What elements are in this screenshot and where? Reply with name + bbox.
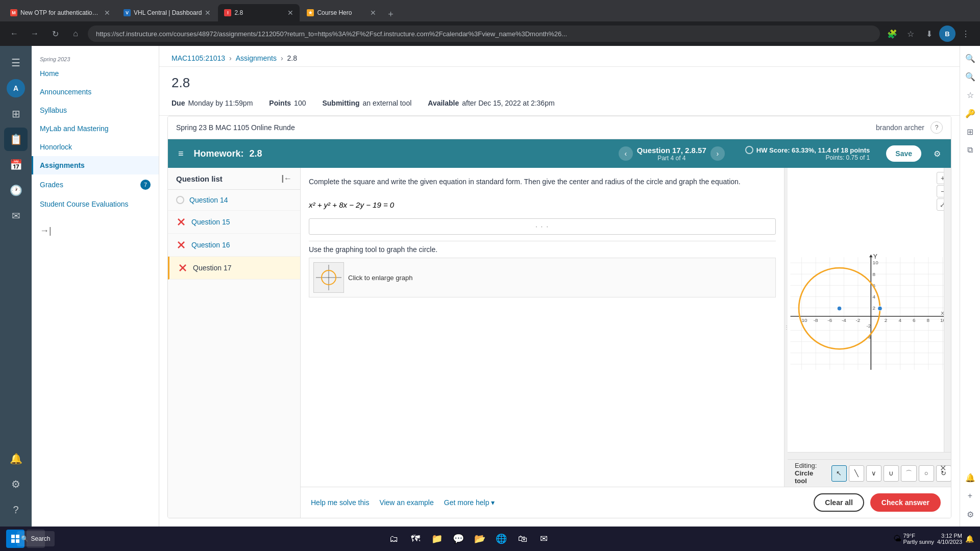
settings-gear-icon[interactable]: ⚙ (962, 506, 978, 522)
tab-vhl[interactable]: V VHL Central | Dashboard ✕ (117, 4, 217, 21)
nav-home[interactable]: Home (32, 64, 159, 83)
taskbar-zoom-icon[interactable]: 💬 (449, 530, 468, 548)
gmail-tab-close[interactable]: ✕ (104, 9, 110, 17)
embed-help-icon[interactable]: ? (930, 121, 943, 134)
bookmark-icon[interactable]: ☆ (902, 26, 919, 42)
question-list-item-14[interactable]: Question 14 (168, 190, 300, 211)
nav-menu-icon[interactable]: ☰ (4, 51, 28, 74)
hw-prev-button[interactable]: ‹ (619, 146, 633, 161)
clock-display[interactable]: 3:12 PM 4/10/2023 (937, 533, 962, 545)
collapse-sidebar[interactable]: →| (32, 221, 159, 240)
taskbar-search-button[interactable]: 🔍 Search (27, 530, 45, 548)
line-tool-button[interactable]: ╲ (849, 465, 864, 482)
circle-center-point[interactable] (837, 306, 842, 311)
taskbar-store-icon[interactable]: 🛍 (513, 530, 532, 548)
taskbar-file-manager-icon[interactable]: 📂 (471, 530, 489, 548)
breadcrumb-assignments[interactable]: Assignments (236, 54, 277, 62)
hw-save-button[interactable]: Save (886, 145, 921, 162)
coursehero-tab-close[interactable]: ✕ (370, 9, 376, 17)
extensions-icon[interactable]: 🧩 (884, 26, 900, 42)
hw-next-button[interactable]: › (710, 146, 725, 161)
copy-icon[interactable]: ⧉ (962, 142, 978, 158)
grid-icon[interactable]: ⊞ (962, 123, 978, 140)
vhl-tab-close[interactable]: ✕ (205, 9, 211, 17)
reload-button[interactable]: ↻ (47, 26, 63, 42)
forward-button[interactable]: → (27, 26, 43, 42)
taskbar-mail-icon[interactable]: ✉ (535, 530, 553, 548)
home-button[interactable]: ⌂ (67, 26, 84, 42)
graph-vertical-scrollbar[interactable] (944, 168, 951, 452)
zoom-out-icon[interactable]: 🔍 (962, 68, 978, 85)
select-tool-button[interactable]: ↖ (831, 465, 847, 482)
graph-horizontal-scrollbar[interactable] (788, 452, 951, 459)
nav-help-icon[interactable]: ? (4, 498, 28, 521)
tab-gmail[interactable]: M New OTP for authentication - br... ✕ (4, 4, 116, 21)
nav-grades[interactable]: Grades 7 (32, 174, 159, 195)
vhl-tab-title: VHL Central | Dashboard (134, 9, 202, 16)
graph-enlarge-button[interactable]: Click to enlarge graph (309, 258, 776, 297)
nav-inbox-icon[interactable]: ✉ (4, 204, 28, 228)
taskbar-maps-icon[interactable]: 🗺 (406, 530, 425, 548)
hw-settings-icon[interactable]: ⚙ (934, 149, 941, 159)
nav-syllabus[interactable]: Syllabus (32, 101, 159, 119)
breadcrumb-course[interactable]: MAC1105:21013 (172, 54, 225, 62)
circle-tool-button[interactable]: ○ (919, 465, 934, 482)
question-list-item-16[interactable]: Question 16 (168, 234, 300, 257)
answer-input-area[interactable]: · · · (309, 218, 776, 235)
svg-text:8: 8 (873, 271, 876, 277)
hw-score-area: HW Score: 63.33%, 11.4 of 18 points Poin… (745, 146, 870, 161)
hw-help-links: Help me solve this View an example Get m… (311, 498, 495, 507)
taskbar-files-icon[interactable]: 📁 (428, 530, 446, 548)
tab-coursehero[interactable]: ★ Course Hero ✕ (301, 4, 382, 21)
plus-icon[interactable]: + (962, 488, 978, 504)
address-bar[interactable]: https://scf.instructure.com/courses/4897… (88, 26, 880, 42)
clear-all-button[interactable]: Clear all (814, 493, 864, 512)
hw-body: Question list |← Question 14 (168, 168, 951, 518)
nav-honorlock[interactable]: Honorlock (32, 138, 159, 156)
nav-evaluations[interactable]: Student Course Evaluations (32, 195, 159, 213)
nav-mylab[interactable]: MyLab and Mastering (32, 119, 159, 138)
help-me-solve-link[interactable]: Help me solve this (311, 498, 369, 507)
back-button[interactable]: ← (6, 26, 22, 42)
close-tools-button[interactable]: ✕ (937, 462, 949, 474)
taskbar-edge-icon[interactable]: 🌐 (492, 530, 510, 548)
v-line-tool-button[interactable]: ∨ (866, 465, 881, 482)
new-tab-button[interactable]: + (383, 7, 398, 21)
taskbar-explorer-icon[interactable]: 🗂 (385, 530, 403, 548)
get-more-help-link[interactable]: Get more help (444, 498, 495, 507)
nav-dashboard-icon[interactable]: ⊞ (4, 102, 28, 126)
question-list-header: Question list |← (168, 168, 300, 190)
graphing-prompt: Use the graphing tool to graph the circl… (309, 241, 776, 254)
view-example-link[interactable]: View an example (379, 498, 433, 507)
notifications-bell-icon[interactable]: 🔔 (962, 469, 978, 486)
profile-icon[interactable]: B (939, 26, 955, 42)
question-list-item-17[interactable]: Question 17 (168, 257, 300, 280)
curve-tool-button[interactable]: ⌒ (901, 465, 916, 482)
zoom-in-icon[interactable]: 🔍 (962, 50, 978, 66)
key-icon[interactable]: 🔑 (962, 105, 978, 121)
collapse-question-list-button[interactable]: |← (282, 174, 292, 183)
nav-assignments[interactable]: Assignments (32, 156, 159, 174)
taskbar-right: 🌤 79°F Partly sunny 3:12 PM 4/10/2023 🔔 (893, 533, 974, 545)
more-menu-icon[interactable]: ⋮ (958, 26, 974, 42)
question-text-panel: Complete the square and write the given … (301, 168, 785, 487)
nav-notifications-icon[interactable]: 🔔 (4, 447, 28, 470)
hw-menu-icon[interactable]: ≡ (178, 148, 184, 159)
assignment-tab-close[interactable]: ✕ (287, 9, 293, 17)
weather-display[interactable]: 🌤 79°F Partly sunny (893, 533, 935, 545)
bookmark-star-icon[interactable]: ☆ (962, 87, 978, 103)
nav-announcements[interactable]: Announcements (32, 83, 159, 101)
nav-settings-icon[interactable]: ⚙ (4, 472, 28, 496)
nav-history-icon[interactable]: 🕐 (4, 179, 28, 202)
u-shape-tool-button[interactable]: ∪ (884, 465, 899, 482)
tab-assignment[interactable]: ! 2.8 ✕ (218, 4, 300, 21)
downloads-icon[interactable]: ⬇ (921, 26, 937, 42)
nav-courses-icon[interactable]: 📋 (4, 128, 28, 151)
nav-calendar-icon[interactable]: 📅 (4, 153, 28, 177)
nav-account-icon[interactable]: A (4, 77, 28, 100)
question-main: Complete the square and write the given … (301, 168, 951, 518)
circle-edge-point[interactable] (878, 306, 883, 311)
question-list-item-15[interactable]: Question 15 (168, 211, 300, 234)
notifications-area-icon[interactable]: 🔔 (965, 535, 974, 543)
check-answer-button[interactable]: Check answer (870, 493, 941, 512)
